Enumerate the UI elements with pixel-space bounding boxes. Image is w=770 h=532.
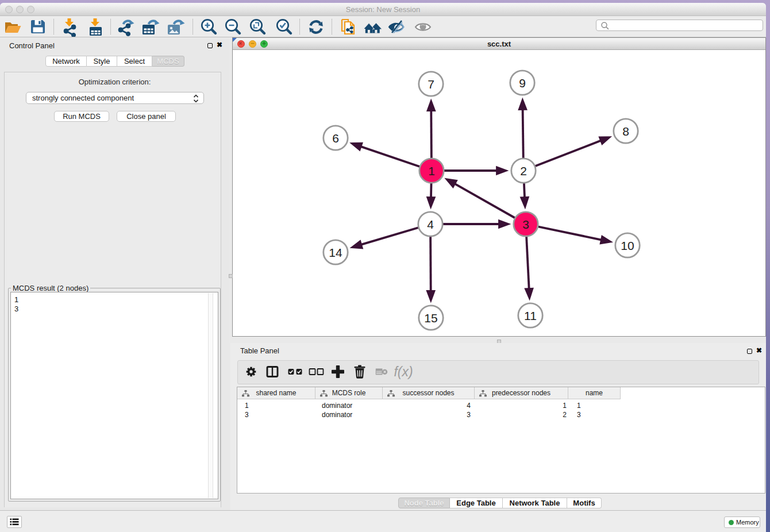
svg-text:11: 11 — [524, 309, 537, 322]
svg-text:8: 8 — [622, 125, 629, 138]
svg-text:14: 14 — [329, 246, 342, 259]
svg-text:9: 9 — [519, 76, 526, 90]
svg-text:15: 15 — [424, 311, 437, 325]
svg-text:3: 3 — [522, 218, 529, 231]
svg-text:2: 2 — [520, 164, 527, 178]
svg-text:6: 6 — [332, 132, 339, 145]
svg-text:1: 1 — [428, 164, 435, 178]
svg-text:7: 7 — [428, 78, 434, 91]
svg-text:f(x): f(x) — [394, 364, 413, 379]
svg-text:10: 10 — [621, 239, 634, 252]
svg-text:4: 4 — [427, 218, 434, 231]
